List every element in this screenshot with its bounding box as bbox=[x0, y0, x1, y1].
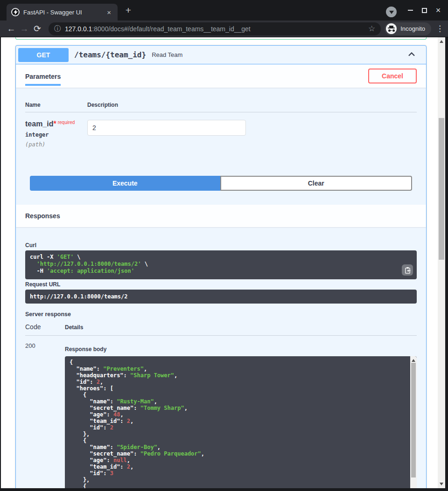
update-indicator-icon[interactable] bbox=[386, 7, 397, 17]
required-label: required bbox=[58, 120, 75, 125]
parameter-meta: team_id*required integer (path) bbox=[25, 120, 87, 148]
copy-to-clipboard-button[interactable] bbox=[402, 264, 413, 276]
column-description: Description bbox=[87, 102, 417, 108]
close-icon: × bbox=[436, 6, 441, 15]
incognito-label: Incognito bbox=[400, 25, 425, 32]
required-star: * bbox=[53, 120, 56, 128]
column-name: Name bbox=[25, 102, 87, 108]
page-scrollbar-thumb[interactable] bbox=[439, 118, 444, 260]
tab-parameters: Parameters bbox=[25, 73, 61, 86]
responses-title: Responses bbox=[25, 212, 60, 220]
minimize-button[interactable] bbox=[403, 3, 417, 17]
execute-button[interactable]: Execute bbox=[30, 176, 220, 191]
incognito-badge: Incognito bbox=[385, 22, 431, 35]
site-info-icon[interactable]: ⓘ bbox=[54, 25, 61, 33]
collapse-button[interactable] bbox=[405, 48, 418, 62]
parameter-type: integer bbox=[25, 131, 87, 138]
parameters-table: Name Description team_id*required intege… bbox=[16, 88, 426, 157]
chevron-up-icon bbox=[407, 49, 416, 59]
browser-menu-icon[interactable]: ⋮ bbox=[436, 24, 443, 34]
maximize-button[interactable] bbox=[417, 3, 431, 17]
responses-inner: Curl curl -X 'GET' \ 'http://127.0.0.1:8… bbox=[16, 227, 426, 488]
previous-opblock-edge bbox=[15, 37, 427, 40]
execute-wrapper: Execute Clear bbox=[16, 157, 426, 200]
swagger-page: GET /teams/{team_id} Read Team Parameter… bbox=[1, 37, 445, 488]
tab-title: FastAPI - Swagger UI bbox=[23, 9, 105, 16]
minimize-icon bbox=[408, 10, 413, 11]
url-path: :8000/docs#/default/read_team_teams__tea… bbox=[92, 25, 250, 33]
curl-label: Curl bbox=[25, 242, 417, 249]
url-bar[interactable]: ⓘ 127.0.0.1:8000/docs#/default/read_team… bbox=[49, 22, 381, 35]
response-body-block: { "name": "Preventers", "headquarters": … bbox=[65, 356, 417, 488]
page-scrollbar[interactable] bbox=[438, 37, 445, 488]
clear-button[interactable]: Clear bbox=[220, 176, 413, 191]
status-code: 200 bbox=[25, 342, 65, 488]
team-id-input[interactable] bbox=[87, 120, 246, 136]
response-body-label: Response body bbox=[65, 346, 417, 353]
browser-titlebar: FastAPI - Swagger UI × + × bbox=[0, 0, 448, 21]
server-response-label: Server response bbox=[25, 311, 417, 318]
window-controls: × bbox=[403, 0, 445, 21]
page-content: GET /teams/{team_id} Read Team Parameter… bbox=[1, 37, 438, 488]
server-response-row: 200 Response body { "name": "Preventers"… bbox=[25, 336, 417, 488]
new-tab-icon[interactable]: + bbox=[122, 4, 134, 16]
request-url-block: http://127.0.0.1:8000/teams/2 bbox=[25, 290, 417, 304]
close-button[interactable]: × bbox=[431, 3, 445, 17]
tab-close-icon[interactable]: × bbox=[105, 8, 113, 16]
fastapi-favicon-icon bbox=[11, 8, 20, 16]
back-icon[interactable]: ← bbox=[5, 24, 18, 34]
maximize-icon bbox=[422, 8, 427, 13]
forward-icon[interactable]: → bbox=[18, 24, 31, 34]
server-response-table-header: Code Details bbox=[25, 323, 417, 336]
response-details-cell: Response body { "name": "Preventers", "h… bbox=[65, 342, 417, 488]
parameters-table-header: Name Description bbox=[25, 102, 417, 112]
parameter-name: team_id*required bbox=[25, 120, 87, 128]
endpoint-path: /teams/{team_id} bbox=[74, 50, 146, 59]
endpoint-summary: Read Team bbox=[152, 51, 182, 58]
reload-icon[interactable]: ⟳ bbox=[31, 23, 44, 34]
incognito-icon bbox=[386, 23, 397, 34]
request-url-label: Request URL bbox=[25, 281, 417, 288]
responses-header: Responses bbox=[16, 205, 426, 227]
opblock-get-read-team: GET /teams/{team_id} Read Team Parameter… bbox=[15, 45, 427, 488]
copy-icon bbox=[404, 267, 411, 274]
column-code: Code bbox=[25, 323, 65, 331]
curl-command-block: curl -X 'GET' \ 'http://127.0.0.1:8000/t… bbox=[25, 250, 417, 279]
bookmark-star-icon[interactable]: ☆ bbox=[368, 24, 375, 34]
parameter-location: (path) bbox=[25, 141, 87, 148]
parameter-row: team_id*required integer (path) bbox=[25, 112, 417, 148]
browser-tab[interactable]: FastAPI - Swagger UI × bbox=[7, 4, 118, 21]
page-scroll-up-icon[interactable] bbox=[438, 38, 445, 45]
response-scrollbar-thumb[interactable] bbox=[411, 363, 416, 477]
response-body-scrollbar[interactable] bbox=[410, 356, 417, 488]
column-details: Details bbox=[65, 324, 417, 331]
parameters-header: Parameters Cancel bbox=[16, 64, 426, 88]
cancel-button[interactable]: Cancel bbox=[368, 69, 417, 83]
opblock-summary[interactable]: GET /teams/{team_id} Read Team bbox=[16, 46, 426, 64]
url-text: 127.0.0.1:8000/docs#/default/read_team_t… bbox=[65, 25, 251, 33]
parameter-value-cell bbox=[87, 120, 417, 148]
browser-toolbar: ← → ⟳ ⓘ 127.0.0.1:8000/docs#/default/rea… bbox=[0, 21, 448, 37]
http-method-badge: GET bbox=[18, 48, 69, 62]
url-host: 127.0.0.1 bbox=[65, 25, 92, 33]
page-scroll-down-icon[interactable] bbox=[438, 481, 445, 487]
